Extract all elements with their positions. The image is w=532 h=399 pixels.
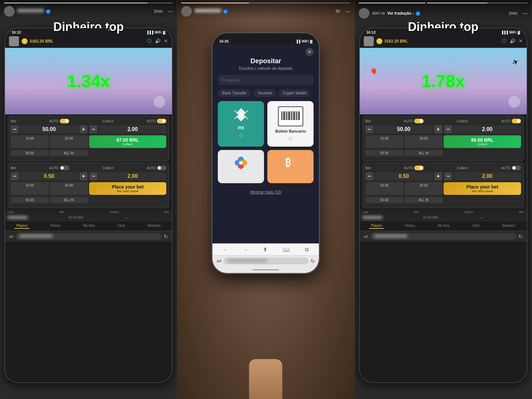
left-quick-10-2[interactable]: 10.00 bbox=[11, 182, 49, 195]
right-toggle-2[interactable] bbox=[414, 166, 424, 170]
deposit-close-btn[interactable]: ✕ bbox=[306, 48, 314, 56]
pix-info-icon: ⓘ bbox=[239, 133, 243, 138]
payment-clover[interactable] bbox=[218, 150, 264, 183]
left-bet-panel-2: Bet AUTO Collect AUTO − bbox=[8, 163, 169, 208]
right-collect-minus-1[interactable]: − bbox=[444, 125, 452, 133]
right-toggle-1[interactable] bbox=[414, 119, 424, 123]
left-quick-50-1[interactable]: 50.00 bbox=[11, 150, 49, 156]
right-collect-btn-1[interactable]: 89.00 BRL Collect bbox=[444, 135, 521, 148]
left-toggle-1[interactable] bbox=[60, 119, 69, 123]
sound-icon[interactable]: 🔊 bbox=[155, 38, 161, 44]
right-verified-icon: ✓ bbox=[416, 11, 420, 16]
right-quick-20-1[interactable]: 20.00 bbox=[404, 135, 443, 148]
center-book-icon[interactable]: 📖 bbox=[283, 246, 290, 253]
left-quick-50-2[interactable]: 50.00 bbox=[11, 197, 49, 203]
left-tab-history[interactable]: History bbox=[48, 223, 63, 229]
right-story-dots[interactable]: ··· bbox=[520, 10, 528, 17]
payment-pix[interactable]: PIX ⓘ bbox=[218, 101, 264, 147]
right-url-bar[interactable] bbox=[370, 233, 516, 240]
left-collect-auto-1[interactable]: AUTO bbox=[147, 119, 167, 123]
left-auto-toggle-1[interactable]: AUTO bbox=[49, 119, 69, 123]
left-collect-toggle-1[interactable] bbox=[157, 119, 166, 123]
boleto-barcode-wrapper bbox=[278, 106, 303, 126]
right-reload-icon[interactable]: ↻ bbox=[518, 233, 523, 240]
right-plus-2[interactable]: + bbox=[434, 172, 442, 180]
right-quick-20-2[interactable]: 20.00 bbox=[404, 182, 443, 195]
right-quick-50-1[interactable]: 50.00 bbox=[365, 150, 404, 156]
right-quick-10-1[interactable]: 10.00 bbox=[365, 135, 404, 148]
left-plus-1[interactable]: + bbox=[79, 125, 87, 133]
left-collect-toggle-2[interactable] bbox=[157, 166, 166, 170]
payment-bitcoin[interactable]: ₿ bbox=[267, 150, 314, 183]
left-collect-minus-1[interactable]: − bbox=[89, 125, 97, 133]
right-tab-history[interactable]: History bbox=[403, 223, 417, 229]
svg-rect-5 bbox=[288, 111, 288, 120]
right-quick-50-2[interactable]: 50.00 bbox=[365, 197, 404, 203]
center-nav-forward[interactable]: → bbox=[243, 247, 248, 252]
left-tab-statistics[interactable]: Statistics bbox=[145, 223, 163, 229]
left-quick-allin-2[interactable]: ALL IN bbox=[50, 197, 88, 203]
info-icon[interactable]: ⓘ bbox=[147, 38, 152, 44]
left-collect-auto-2[interactable]: AUTO bbox=[147, 166, 167, 170]
center-aa-label[interactable]: aA bbox=[216, 259, 221, 263]
left-minus-1[interactable]: − bbox=[11, 125, 19, 133]
center-url-bar[interactable] bbox=[223, 258, 309, 264]
right-tab-chat[interactable]: Chat bbox=[470, 223, 481, 229]
right-tab-statistics[interactable]: Statistics bbox=[500, 223, 517, 229]
filter-voucher[interactable]: Voucher bbox=[253, 89, 276, 97]
deposit-modal: ✕ Depositar Escolha o método de depósito… bbox=[212, 44, 319, 243]
left-collect-btn-1[interactable]: 67.00 BRL Collect bbox=[89, 135, 167, 148]
right-close-icon[interactable]: ✕ bbox=[519, 38, 523, 44]
left-auto-toggle-2[interactable]: AUTO bbox=[49, 166, 69, 170]
left-col-bet: Bet bbox=[60, 210, 64, 214]
right-panel: #DIY UI Ver tradução › ✓ 2min ··· Dinhei… bbox=[355, 0, 532, 399]
left-reload-icon[interactable]: ↻ bbox=[164, 233, 168, 240]
right-plus-1[interactable]: + bbox=[434, 125, 442, 133]
right-quick-10-2[interactable]: 10.00 bbox=[365, 182, 404, 195]
left-quick-10-1[interactable]: 10.00 bbox=[11, 135, 49, 148]
left-place-bet-btn[interactable]: Place your bet For next round bbox=[89, 182, 167, 195]
right-info-icon[interactable]: ⓘ bbox=[502, 38, 506, 44]
center-copy-icon[interactable]: ⧉ bbox=[305, 247, 309, 253]
right-quick-allin-1[interactable]: ALL IN bbox=[404, 150, 443, 156]
left-story-dots[interactable]: ··· bbox=[165, 8, 173, 15]
filter-bank-transfer[interactable]: Bank Transfer bbox=[218, 89, 251, 97]
right-collect-minus-2[interactable]: − bbox=[444, 172, 452, 180]
close-icon[interactable]: ✕ bbox=[164, 38, 168, 44]
left-quick-20-2[interactable]: 20.00 bbox=[50, 182, 88, 195]
center-reload-icon[interactable]: ↻ bbox=[311, 258, 315, 264]
center-share-icon[interactable]: ⬆ bbox=[263, 246, 267, 253]
left-minus-2[interactable]: − bbox=[11, 172, 19, 180]
right-place-bet-btn[interactable]: Place your bet For next round bbox=[444, 182, 521, 195]
right-browser-aa[interactable]: aA bbox=[364, 234, 368, 238]
filter-crypto[interactable]: Crypto Wallet bbox=[279, 89, 311, 97]
right-sound-icon[interactable]: 🔊 bbox=[510, 38, 515, 44]
right-amount-1: 50.00 bbox=[375, 125, 433, 133]
show-more-btn[interactable]: Mostrar mais (13) bbox=[212, 187, 319, 197]
right-tab-players[interactable]: Players bbox=[369, 223, 384, 229]
left-tab-players[interactable]: Players bbox=[14, 223, 29, 229]
right-minus-2[interactable]: − bbox=[365, 172, 373, 180]
payment-boleto[interactable]: Boleto Bancario ⓘ bbox=[267, 101, 314, 147]
left-quick-20-1[interactable]: 20.00 bbox=[50, 135, 88, 148]
left-browser-aa[interactable]: aA bbox=[9, 234, 13, 238]
deposit-search[interactable]: Pesquisa bbox=[218, 75, 314, 85]
right-collect-toggle-1[interactable] bbox=[512, 119, 521, 123]
left-tab-chat[interactable]: Chat bbox=[116, 223, 127, 229]
right-tab-mybets[interactable]: My bets bbox=[436, 223, 452, 229]
left-collect-minus-2[interactable]: − bbox=[89, 172, 97, 180]
center-story-dots[interactable]: ··· bbox=[343, 8, 350, 15]
right-collect-auto-1[interactable]: AUTO bbox=[501, 119, 521, 123]
left-plus-2[interactable]: + bbox=[79, 172, 87, 180]
right-collect-auto-2[interactable]: AUTO bbox=[501, 166, 521, 170]
right-quick-allin-2[interactable]: ALL IN bbox=[404, 197, 443, 203]
center-nav-back[interactable]: ← bbox=[223, 247, 228, 252]
right-collect-toggle-2[interactable] bbox=[512, 166, 521, 170]
right-auto-toggle-1[interactable]: AUTO bbox=[404, 119, 424, 123]
left-quick-allin-1[interactable]: ALL IN bbox=[50, 150, 88, 156]
left-toggle-2[interactable] bbox=[60, 166, 69, 170]
left-tab-mybets[interactable]: My bets bbox=[81, 223, 97, 229]
left-url-bar[interactable] bbox=[15, 233, 162, 240]
right-minus-1[interactable]: − bbox=[365, 125, 373, 133]
right-auto-toggle-2[interactable]: AUTO bbox=[404, 166, 424, 170]
